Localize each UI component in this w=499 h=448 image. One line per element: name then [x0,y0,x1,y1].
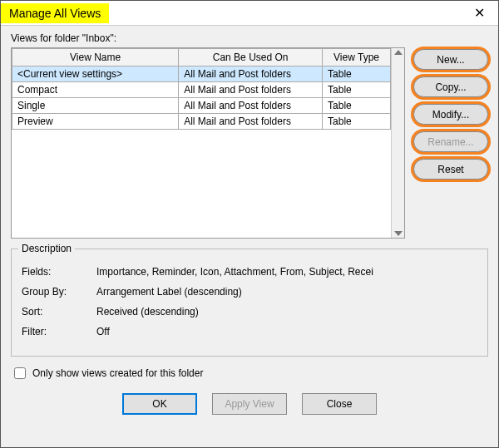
new-button[interactable]: New... [413,49,488,70]
group-by-row: Group By: Arrangement Label (descending) [22,286,477,298]
close-icon[interactable]: ✕ [461,1,498,26]
col-used-on[interactable]: Can Be Used On [179,49,323,66]
folder-label: Views for folder "Inbox": [11,32,488,44]
fields-value: Importance, Reminder, Icon, Attachment, … [96,266,477,278]
ok-button[interactable]: OK [122,393,197,415]
sort-row: Sort: Received (descending) [22,306,477,318]
cell-used: All Mail and Post folders [179,114,323,130]
manage-views-dialog: Manage All Views ✕ Views for folder "Inb… [0,0,499,448]
filter-value: Off [96,326,477,337]
fields-row: Fields: Importance, Reminder, Icon, Atta… [22,266,477,278]
footer-buttons: OK Apply View Close [11,393,488,425]
table-row[interactable]: <Current view settings>All Mail and Post… [12,66,391,82]
fields-label: Fields: [22,266,96,278]
col-view-type[interactable]: View Type [323,49,391,66]
cell-type: Table [323,66,391,82]
cell-type: Table [323,82,391,98]
cell-used: All Mail and Post folders [179,82,323,98]
dialog-title: Manage All Views [1,3,109,23]
modify-button[interactable]: Modify... [413,104,488,125]
cell-name: <Current view settings> [12,66,179,82]
cell-used: All Mail and Post folders [179,98,323,114]
filter-label: Filter: [22,326,96,337]
copy-button[interactable]: Copy... [413,76,488,97]
upper-area: View Name Can Be Used On View Type <Curr… [11,47,488,239]
apply-view-button: Apply View [212,393,287,415]
side-buttons: New... Copy... Modify... Rename... Reset [413,47,488,239]
only-show-label: Only show views created for this folder [32,367,203,379]
cell-name: Single [12,98,179,114]
sort-label: Sort: [22,306,96,318]
titlebar: Manage All Views ✕ [1,1,498,26]
table-row[interactable]: CompactAll Mail and Post foldersTable [12,82,391,98]
table-row[interactable]: SingleAll Mail and Post foldersTable [12,98,391,114]
cell-used: All Mail and Post folders [179,66,323,82]
filter-row: Filter: Off [22,326,477,337]
group-by-label: Group By: [22,286,96,298]
reset-button[interactable]: Reset [413,159,488,180]
cell-name: Preview [12,114,179,130]
cell-name: Compact [12,82,179,98]
views-table: View Name Can Be Used On View Type <Curr… [12,48,391,130]
table-row[interactable]: PreviewAll Mail and Post foldersTable [12,114,391,130]
col-view-name[interactable]: View Name [12,49,179,66]
table-header-row: View Name Can Be Used On View Type [12,49,391,66]
cell-type: Table [323,98,391,114]
views-table-wrap: View Name Can Be Used On View Type <Curr… [11,47,405,239]
vertical-scrollbar[interactable] [391,48,404,238]
close-button[interactable]: Close [302,393,377,415]
description-title: Description [18,243,75,254]
group-by-value: Arrangement Label (descending) [96,286,477,298]
only-show-checkbox-row[interactable]: Only show views created for this folder [11,365,488,382]
cell-type: Table [323,114,391,130]
description-group: Description Fields: Importance, Reminder… [11,249,488,357]
rename-button: Rename... [413,131,488,152]
sort-value: Received (descending) [96,306,477,318]
views-table-scroll: View Name Can Be Used On View Type <Curr… [12,48,391,238]
only-show-checkbox[interactable] [14,367,26,379]
dialog-content: Views for folder "Inbox": View Name Can … [1,26,498,447]
